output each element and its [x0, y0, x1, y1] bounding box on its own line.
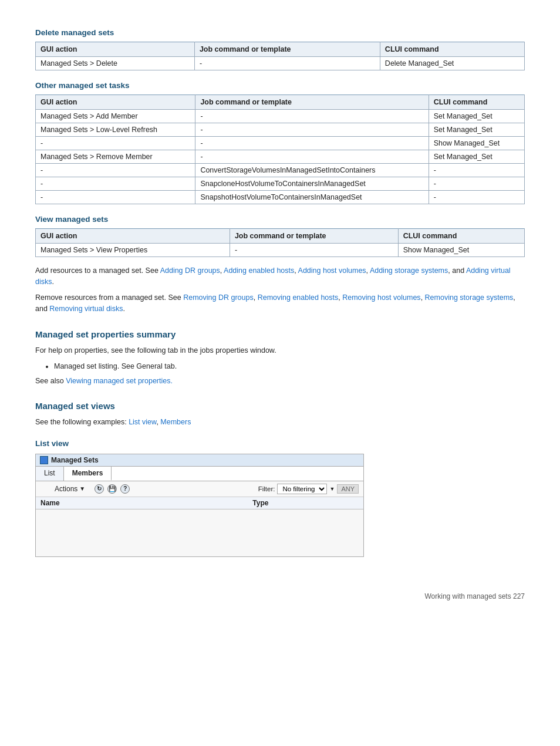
remove-resources-para: Remove resources from a managed set. See…: [35, 292, 525, 315]
add-resources-para: Add resources to a managed set. See Addi…: [35, 265, 525, 288]
panel-column-headers: Name Type: [36, 497, 363, 509]
cell: ConvertStorageVolumesInManagedSetIntoCon…: [195, 164, 429, 177]
link-removing-storage-systems[interactable]: Removing storage systems: [425, 293, 514, 302]
link-list-view[interactable]: List view: [129, 418, 156, 426]
cell: -: [230, 244, 398, 257]
footer: Working with managed sets 227: [35, 592, 525, 600]
dropdown-filter-arrow-icon: ▼: [329, 486, 335, 492]
panel-tabs[interactable]: List Members: [36, 467, 363, 481]
link-removing-virtual-disks[interactable]: Removing virtual disks: [49, 305, 123, 313]
delete-managed-sets-table: GUI action Job command or template CLUI …: [35, 42, 525, 70]
properties-summary-para: For help on properties, see the followin…: [35, 345, 525, 356]
cell: -: [429, 177, 524, 191]
col-job-command-3: Job command or template: [230, 229, 398, 244]
table-row: - SnapcloneHostVolumeToContainersInManag…: [36, 177, 525, 191]
col-clui-command-2: CLUI command: [429, 95, 524, 110]
cell: -: [36, 137, 195, 150]
any-button[interactable]: ANY: [337, 484, 359, 494]
cell: Managed Sets > View Properties: [36, 244, 230, 257]
managed-set-views-intro: See the following examples: List view, M…: [35, 417, 525, 428]
link-removing-host-volumes[interactable]: Removing host volumes: [342, 293, 420, 302]
cell: -: [195, 137, 429, 150]
link-viewing-managed-set-properties[interactable]: Viewing managed set properties.: [66, 377, 173, 385]
cell: Managed Sets > Delete: [36, 57, 195, 70]
col-name-header: Name: [41, 499, 252, 507]
see-also-para: See also Viewing managed set properties.: [35, 376, 525, 387]
cell: -: [194, 57, 380, 70]
toolbar-actions[interactable]: Actions ▼: [55, 485, 85, 493]
link-members[interactable]: Members: [160, 418, 191, 426]
panel-title-bar: Managed Sets: [36, 454, 363, 467]
tab-members[interactable]: Members: [64, 467, 112, 481]
link-removing-dr-groups[interactable]: Removing DR groups: [183, 293, 254, 302]
cell: -: [429, 191, 524, 204]
cell: Managed Sets > Add Member: [36, 110, 195, 123]
cell: Set Managed_Set: [429, 110, 524, 123]
table-row: Managed Sets > Add Member - Set Managed_…: [36, 110, 525, 123]
col-gui-action-3: GUI action: [36, 229, 230, 244]
cell: -: [36, 191, 195, 204]
footer-text: Working with managed sets 227: [424, 592, 525, 600]
list-view-heading: List view: [35, 439, 525, 448]
cell: Managed Sets > Remove Member: [36, 150, 195, 164]
table-row: - - Show Managed_Set: [36, 137, 525, 150]
cell: Show Managed_Set: [429, 137, 524, 150]
filter-label: Filter:: [258, 485, 275, 492]
link-removing-enabled-hosts[interactable]: Removing enabled hosts: [258, 293, 339, 302]
col-type-header: Type: [252, 499, 359, 507]
cell: SnapcloneHostVolumeToContainersInManaged…: [195, 177, 429, 191]
filter-select[interactable]: No filtering: [277, 484, 327, 494]
filter-area: Filter: No filtering ▼ ANY: [258, 484, 359, 494]
col-gui-action-2: GUI action: [36, 95, 195, 110]
link-adding-storage-systems[interactable]: Adding storage systems: [370, 266, 448, 275]
delete-managed-sets-heading: Delete managed sets: [35, 28, 525, 37]
table-row: Managed Sets > Low-Level Refresh - Set M…: [36, 123, 525, 137]
panel-icon: [40, 456, 48, 464]
properties-bullet-list: Managed set listing. See General tab.: [54, 360, 525, 372]
help-icon[interactable]: ?: [120, 484, 130, 494]
cell: -: [36, 164, 195, 177]
add-resources-text: Add resources to a managed set. See: [35, 266, 160, 275]
col-job-command-1: Job command or template: [194, 42, 380, 57]
tab-list[interactable]: List: [36, 467, 64, 481]
actions-label[interactable]: Actions: [55, 485, 77, 493]
managed-set-views-heading: Managed set views: [35, 401, 525, 411]
refresh-icon[interactable]: ↻: [95, 484, 104, 494]
cell: Delete Managed_Set: [380, 57, 524, 70]
cell: -: [36, 177, 195, 191]
table-row: Managed Sets > Remove Member - Set Manag…: [36, 150, 525, 164]
managed-sets-panel: Managed Sets List Members Actions ▼ ↻ 💾 …: [35, 454, 364, 557]
cell: Set Managed_Set: [429, 150, 524, 164]
link-adding-host-volumes[interactable]: Adding host volumes: [298, 266, 366, 275]
col-job-command-2: Job command or template: [195, 95, 429, 110]
panel-title: Managed Sets: [51, 456, 99, 464]
cell: Set Managed_Set: [429, 123, 524, 137]
other-managed-set-tasks-table: GUI action Job command or template CLUI …: [35, 94, 525, 204]
remove-resources-text: Remove resources from a managed set. See: [35, 293, 183, 302]
table-row: Managed Sets > Delete - Delete Managed_S…: [36, 57, 525, 70]
panel-body: [36, 509, 363, 556]
col-clui-command-3: CLUI command: [398, 229, 524, 244]
see-also-text: See also: [35, 377, 66, 385]
cell: -: [195, 150, 429, 164]
link-adding-enabled-hosts[interactable]: Adding enabled hosts: [224, 266, 294, 275]
bullet-item: Managed set listing. See General tab.: [54, 360, 525, 372]
panel-toolbar: Actions ▼ ↻ 💾 ? Filter: No filtering ▼ A…: [36, 481, 363, 497]
table-row: - SnapshotHostVolumeToContainersInManage…: [36, 191, 525, 204]
cell: -: [429, 164, 524, 177]
views-intro-text: See the following examples:: [35, 418, 129, 426]
cell: Managed Sets > Low-Level Refresh: [36, 123, 195, 137]
managed-set-properties-summary-heading: Managed set properties summary: [35, 329, 525, 339]
cell: SnapshotHostVolumeToContainersInManagedS…: [195, 191, 429, 204]
cell: -: [195, 123, 429, 137]
other-managed-set-tasks-heading: Other managed set tasks: [35, 81, 525, 90]
dropdown-arrow-icon[interactable]: ▼: [79, 485, 85, 492]
view-managed-sets-table: GUI action Job command or template CLUI …: [35, 228, 525, 257]
cell: -: [195, 110, 429, 123]
table-row: Managed Sets > View Properties - Show Ma…: [36, 244, 525, 257]
table-row: - ConvertStorageVolumesInManagedSetIntoC…: [36, 164, 525, 177]
view-managed-sets-heading: View managed sets: [35, 215, 525, 224]
link-adding-dr-groups[interactable]: Adding DR groups: [160, 266, 220, 275]
save-icon[interactable]: 💾: [107, 484, 117, 494]
col-gui-action-1: GUI action: [36, 42, 195, 57]
